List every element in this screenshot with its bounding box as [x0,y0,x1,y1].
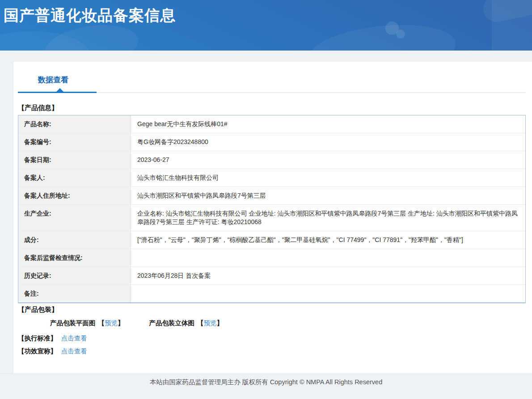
row-label: 备注: [18,285,131,302]
row-label: 备案日期: [18,151,131,169]
header-decoration-band [492,0,532,51]
view-standard-link[interactable]: 点击查看 [61,334,87,343]
table-row: 产品名称: Gege bear无中生有发际线棒01# [18,115,525,133]
row-value [131,285,525,302]
row-label: 备案人: [18,169,131,187]
tab-data-view[interactable]: 数据查看 [38,75,68,85]
preview-flat-link[interactable]: 预览 [105,319,118,327]
preview-stereo-link[interactable]: 预览 [204,319,217,327]
row-label: 备案编号: [18,133,131,151]
row-label: 生产企业: [18,205,131,231]
packaging-heading: 【产品包装】 [18,306,58,314]
table-row: 备案编号: 粤G妆网备字2023248800 [18,133,525,151]
table-row: 备注: [18,285,525,302]
row-value: 2023年06月28日 首次备案 [131,267,525,284]
table-row: 备案后监督检查情况: [18,249,525,267]
table-row: 备案人: 汕头市铭汇生物科技有限公司 [18,169,525,187]
copyright-text: 本站由国家药品监督管理局主办 版权所有 Copyright © NMPA All… [150,378,382,386]
packaging-flat-label: 产品包装平面图 [50,319,96,327]
header-decoration-dot [396,30,405,38]
row-label: 备案人住所地址: [18,187,131,204]
table-row: 备案日期: 2023-06-27 [18,151,525,169]
tab-active-indicator [18,92,97,93]
packaging-links-row: 产品包装平面图【预览】产品包装立体图【预览】 [50,319,223,327]
efficacy-heading: 【功效宣称】 [18,347,57,356]
row-label: 成分: [18,231,131,249]
view-efficacy-link[interactable]: 点击查看 [61,347,87,356]
row-value: 企业名称: 汕头市铭汇生物科技有限公司 企业地址: 汕头市潮阳区和平镇紫中路凤皋… [131,205,525,231]
row-value: 汕头市潮阳区和平镇紫中路凤皋路段7号第三层 [131,187,525,204]
row-value [131,249,525,267]
product-info-heading: 【产品信息】 [18,104,58,112]
row-value: 2023-06-27 [131,151,525,169]
header-decoration-ellipse [0,31,89,51]
header-decoration-blob [481,0,532,25]
page-title: 国产普通化妆品备案信息 [4,5,176,26]
row-value: ["滑石粉"，"云母"，"聚异丁烯"，"棕榈酸乙基己酯"，"聚二甲基硅氧烷"，"… [131,231,525,249]
table-row: 备案人住所地址: 汕头市潮阳区和平镇紫中路凤皋路段7号第三层 [18,187,525,205]
efficacy-row: 【功效宣称】 点击查看 [18,347,87,356]
table-row: 生产企业: 企业名称: 汕头市铭汇生物科技有限公司 企业地址: 汕头市潮阳区和平… [18,205,525,231]
page-footer: 本站由国家药品监督管理局主办 版权所有 Copyright © NMPA All… [0,374,532,399]
bracket: 】 [118,319,124,327]
table-row: 成分: ["滑石粉"，"云母"，"聚异丁烯"，"棕榈酸乙基己酯"，"聚二甲基硅氧… [18,231,525,249]
content-card: 数据查看 【产品信息】 产品名称: Gege bear无中生有发际线棒01# 备… [13,62,532,374]
row-value: 汕头市铭汇生物科技有限公司 [131,169,525,187]
standard-heading: 【执行标准】 [18,334,57,343]
standard-row: 【执行标准】 点击查看 [18,334,87,343]
packaging-stereo-label: 产品包装立体图 [149,319,195,327]
row-label: 历史记录: [18,267,131,284]
table-row: 历史记录: 2023年06月28日 首次备案 [18,267,525,285]
row-value: 粤G妆网备字2023248800 [131,133,525,151]
header-decoration-dot [385,21,399,35]
bracket: 【 [98,319,105,327]
bracket: 】 [217,319,224,327]
page-header: 国产普通化妆品备案信息 [0,0,532,51]
row-label: 产品名称: [18,115,131,133]
product-info-table: 产品名称: Gege bear无中生有发际线棒01# 备案编号: 粤G妆网备字2… [18,115,526,303]
row-value: Gege bear无中生有发际线棒01# [131,115,525,133]
row-label: 备案后监督检查情况: [18,249,131,267]
bracket: 【 [197,319,204,327]
header-decoration-ellipse [306,18,458,51]
